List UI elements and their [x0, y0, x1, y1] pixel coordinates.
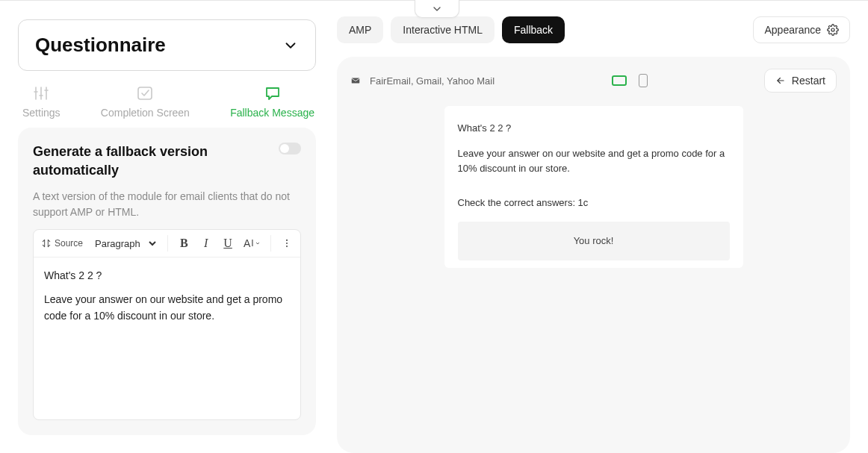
module-title: Questionnaire — [35, 34, 166, 57]
fallback-auto-description: A text version of the module for email c… — [33, 189, 301, 220]
code-icon — [41, 238, 52, 249]
dots-vertical-icon — [282, 238, 292, 249]
chevron-down-icon — [431, 3, 443, 15]
editor-source-button[interactable]: Source — [40, 238, 83, 249]
editor-italic-button[interactable]: I — [199, 234, 213, 252]
editor-style-select[interactable]: Paragraph — [90, 234, 158, 252]
editor-line-2: Leave your answer on our website and get… — [44, 292, 290, 324]
preview-rock-button[interactable]: You rock! — [458, 222, 730, 260]
bold-icon: B — [180, 237, 188, 250]
preview-cta: Leave your answer on our website and get… — [458, 146, 730, 176]
fallback-auto-title: Generate a fallback version automaticall… — [33, 143, 270, 180]
editor-bold-button[interactable]: B — [177, 234, 191, 252]
appearance-label: Appearance — [764, 24, 821, 36]
chat-icon — [264, 84, 282, 102]
font-icon: AI — [244, 237, 261, 249]
underline-icon: U — [223, 237, 232, 250]
preview-clients-label: FairEmail, Gmail, Yahoo Mail — [370, 75, 495, 87]
sliders-icon — [32, 84, 50, 102]
svg-point-9 — [286, 246, 288, 247]
tab-fallback-label: Fallback Message — [230, 107, 314, 119]
preview-check-answers: Check the correct answers: 1c — [458, 196, 730, 210]
email-preview-canvas: What's 2 2 ? Leave your answer on our we… — [444, 106, 743, 268]
check-square-icon — [136, 84, 154, 102]
gear-icon — [827, 24, 839, 36]
module-dropdown[interactable]: Questionnaire — [18, 19, 316, 71]
italic-icon: I — [204, 237, 208, 250]
restart-button[interactable]: Restart — [764, 69, 837, 93]
editor-body[interactable]: What's 2 2 ? Leave your answer on our we… — [34, 257, 300, 419]
fallback-auto-toggle[interactable] — [279, 143, 301, 154]
editor-underline-button[interactable]: U — [220, 234, 235, 252]
svg-rect-6 — [138, 87, 152, 99]
mail-icon — [350, 75, 361, 86]
tab-settings-label: Settings — [22, 107, 61, 119]
editor-font-menu-button[interactable]: AI — [243, 234, 261, 252]
tab-completion-screen[interactable]: Completion Screen — [101, 84, 190, 119]
svg-point-8 — [286, 243, 288, 244]
device-desktop-toggle[interactable] — [612, 75, 627, 86]
editor-more-button[interactable] — [280, 234, 294, 252]
tab-fallback-message[interactable]: Fallback Message — [230, 84, 314, 119]
preview-question: What's 2 2 ? — [458, 121, 730, 136]
chevron-down-icon — [282, 37, 299, 54]
svg-rect-11 — [352, 78, 360, 84]
arrow-left-icon — [775, 75, 786, 86]
preview-tab-amp[interactable]: AMP — [337, 16, 383, 43]
tab-settings[interactable]: Settings — [22, 84, 61, 119]
editor-line-1: What's 2 2 ? — [44, 268, 290, 284]
tab-completion-label: Completion Screen — [101, 107, 190, 119]
appearance-button[interactable]: Appearance — [753, 16, 850, 43]
svg-point-7 — [286, 240, 288, 241]
restart-label: Restart — [792, 75, 825, 87]
preview-tab-interactive-html[interactable]: Interactive HTML — [391, 16, 495, 43]
top-chevron-tab[interactable] — [415, 0, 459, 18]
editor-toolbar: Source Paragraph B I U AI — [34, 230, 300, 257]
preview-tab-fallback[interactable]: Fallback — [502, 16, 565, 43]
device-phone-toggle[interactable] — [639, 74, 648, 87]
svg-point-10 — [831, 28, 834, 31]
